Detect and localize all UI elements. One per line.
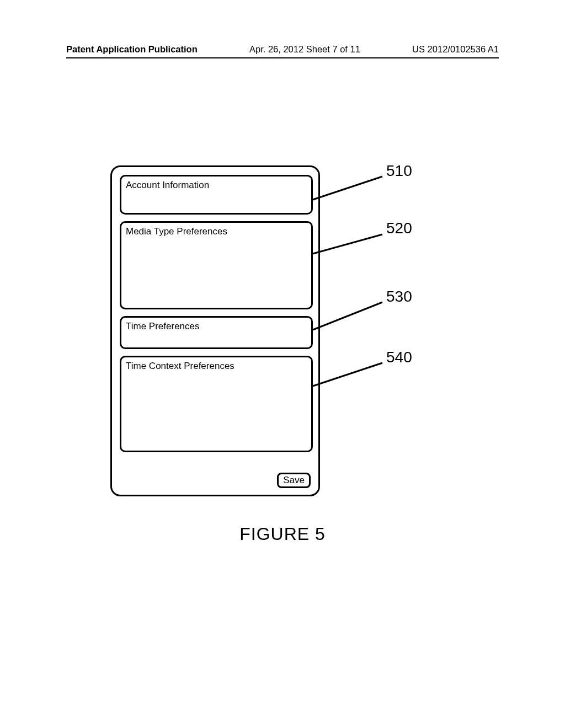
page-header: Patent Application Publication Apr. 26, … bbox=[0, 44, 565, 55]
settings-panel: Account Information Media Type Preferenc… bbox=[110, 165, 320, 496]
reference-numeral-540: 540 bbox=[386, 349, 412, 366]
reference-numeral-520: 520 bbox=[386, 220, 412, 237]
figure-diagram: Account Information Media Type Preferenc… bbox=[0, 165, 565, 552]
figure-caption: FIGURE 5 bbox=[0, 524, 565, 544]
header-publication-number: US 2012/0102536 A1 bbox=[412, 44, 499, 55]
save-button-label: Save bbox=[283, 475, 305, 485]
media-type-preferences-box: Media Type Preferences bbox=[120, 221, 313, 309]
time-preferences-box: Time Preferences bbox=[120, 316, 313, 349]
svg-line-3 bbox=[313, 363, 382, 386]
time-context-preferences-label: Time Context Preferences bbox=[126, 361, 234, 371]
header-date-sheet: Apr. 26, 2012 Sheet 7 of 11 bbox=[249, 44, 360, 55]
header-divider bbox=[66, 57, 499, 58]
svg-line-2 bbox=[313, 302, 382, 330]
media-type-preferences-label: Media Type Preferences bbox=[126, 226, 227, 237]
account-information-box: Account Information bbox=[120, 175, 313, 215]
reference-numeral-530: 530 bbox=[386, 288, 412, 306]
header-publication-type: Patent Application Publication bbox=[66, 44, 198, 55]
save-button[interactable]: Save bbox=[277, 473, 311, 488]
svg-line-0 bbox=[313, 176, 382, 200]
svg-line-1 bbox=[313, 234, 382, 254]
account-information-label: Account Information bbox=[126, 180, 209, 190]
time-context-preferences-box: Time Context Preferences bbox=[120, 356, 313, 452]
time-preferences-label: Time Preferences bbox=[126, 321, 200, 331]
reference-numeral-510: 510 bbox=[386, 162, 412, 180]
